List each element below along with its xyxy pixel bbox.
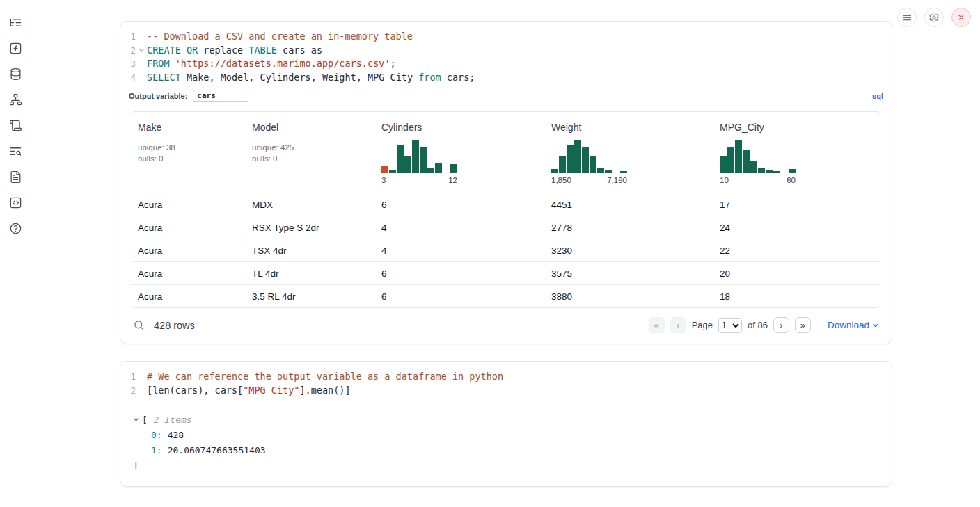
code-line[interactable]: 2CREATE OR replace TABLE cars as [120, 44, 892, 58]
pagination: « ‹ Page 1 of 86 › » Download [649, 317, 879, 333]
download-label: Download [828, 320, 869, 330]
histogram-bar[interactable] [789, 169, 796, 173]
table-row[interactable]: AcuraTSX 4dr4323022 [132, 239, 880, 261]
histogram-bar[interactable] [435, 163, 442, 173]
histogram-bar[interactable] [727, 147, 734, 173]
table-row[interactable]: AcuraTL 4dr6357520 [132, 261, 880, 284]
code-line[interactable]: 2[len(cars), cars["MPG_City"].mean()] [120, 384, 892, 398]
previous-page-button[interactable]: ‹ [670, 317, 686, 333]
histogram-bar[interactable] [590, 156, 596, 173]
column-header-weight[interactable]: Weight1,8507,190 [546, 116, 714, 193]
histogram-bar[interactable] [420, 147, 427, 173]
column-header-make[interactable]: Makeunique: 38nulls: 0 [132, 116, 246, 193]
table-cell: Acura [132, 291, 246, 302]
code-line[interactable]: 4SELECT Make, Model, Cylinders, Weight, … [120, 71, 892, 85]
documentation-icon[interactable] [8, 170, 22, 184]
first-page-button[interactable]: « [649, 317, 665, 333]
sql-code-editor[interactable]: 1-- Download a CSV and create an in-memo… [120, 22, 892, 87]
histogram-bar[interactable] [597, 168, 604, 173]
code-line[interactable]: 1# We can reference the output variable … [120, 370, 892, 384]
table-cell: 6 [376, 291, 546, 302]
column-histogram[interactable]: 312 [381, 140, 457, 184]
open-bracket: [ [142, 412, 148, 428]
functions-icon[interactable] [8, 41, 22, 55]
topbar-actions [897, 8, 971, 27]
page-select[interactable]: 1 [718, 318, 742, 333]
column-header-model[interactable]: Modelunique: 425nulls: 0 [246, 116, 376, 193]
histogram-axis: 1060 [720, 176, 796, 184]
table-cell: 20 [714, 268, 880, 279]
histogram-bar[interactable] [559, 156, 566, 173]
histogram-bar[interactable] [743, 150, 750, 173]
histogram-bar[interactable] [551, 169, 558, 173]
histogram-bar[interactable] [766, 170, 773, 173]
table-cell: 3230 [546, 246, 714, 256]
histogram-bar[interactable] [404, 156, 411, 173]
menu-button[interactable] [897, 8, 917, 27]
code-text: [len(cars), cars["MPG_City"].mean()] [147, 384, 351, 398]
histogram-bar[interactable] [720, 156, 727, 173]
datasources-icon[interactable] [8, 67, 22, 81]
sidebar [0, 0, 31, 235]
python-cell: 1# We can reference the output variable … [120, 361, 892, 486]
item-index: 0: [151, 428, 162, 443]
histogram-bar[interactable] [574, 140, 581, 173]
histogram-axis: 1,8507,190 [551, 176, 627, 184]
histogram-bar[interactable] [605, 170, 612, 173]
table-cell: RSX Type S 2dr [246, 223, 376, 233]
download-button[interactable]: Download [828, 320, 879, 330]
histogram-bar[interactable] [450, 164, 457, 173]
histogram-bar[interactable] [427, 168, 434, 173]
histogram-bar[interactable] [567, 145, 574, 173]
chevron-down-icon[interactable] [133, 417, 142, 423]
file-explorer-icon[interactable] [8, 15, 22, 29]
table-cell: 22 [714, 246, 880, 256]
search-button[interactable] [133, 319, 145, 331]
last-page-button[interactable]: » [795, 317, 811, 333]
scratchpad-icon[interactable] [8, 195, 22, 209]
table-row[interactable]: Acura3.5 RL 4dr6388018 [132, 284, 880, 307]
code-line[interactable]: 1-- Download a CSV and create an in-memo… [120, 30, 892, 44]
histogram-bar[interactable] [582, 147, 589, 173]
table-cell: 18 [714, 291, 880, 302]
settings-button[interactable] [924, 8, 944, 27]
histogram-bar[interactable] [389, 170, 396, 173]
column-histogram[interactable]: 1060 [720, 140, 796, 184]
histogram-bar[interactable] [620, 171, 627, 173]
dependency-graph-icon[interactable] [8, 92, 22, 106]
snippets-icon[interactable] [8, 118, 22, 132]
column-histogram[interactable]: 1,8507,190 [551, 140, 627, 184]
table-cell: 3575 [546, 268, 714, 279]
row-count: 428 rows [154, 320, 195, 331]
histogram-bar[interactable] [773, 171, 780, 173]
histogram-bar[interactable] [412, 140, 419, 173]
table-row[interactable]: AcuraRSX Type S 2dr4277824 [132, 216, 880, 239]
next-page-button[interactable]: › [773, 317, 789, 333]
line-number: 1 [120, 370, 136, 384]
code-line[interactable]: 3FROM 'https://datasets.marimo.app/cars.… [120, 57, 892, 71]
search-logs-icon[interactable] [8, 144, 22, 158]
output-variable-row: Output variable: sql [120, 87, 892, 108]
histogram-bar[interactable] [750, 161, 757, 173]
histogram-bar[interactable] [397, 145, 404, 173]
tree-root: [ 2 Items [133, 412, 879, 428]
python-code-editor[interactable]: 1# We can reference the output variable … [120, 362, 892, 400]
fold-chevron-icon[interactable] [136, 44, 147, 58]
output-variable-input[interactable] [193, 90, 248, 102]
close-button[interactable] [951, 8, 971, 27]
code-text: CREATE OR replace TABLE cars as [147, 44, 322, 58]
table-footer: 428 rows « ‹ Page 1 of 86 › » Download [120, 308, 892, 344]
code-text: FROM 'https://datasets.marimo.app/cars.c… [147, 57, 396, 71]
histogram-bar[interactable] [381, 166, 388, 173]
column-header-mpg_city[interactable]: MPG_City1060 [714, 116, 880, 193]
line-number: 2 [120, 384, 136, 398]
histogram-bar[interactable] [735, 140, 742, 173]
column-header-cylinders[interactable]: Cylinders312 [376, 116, 546, 193]
list-item: 0: 428 [133, 428, 879, 443]
close-icon [957, 13, 965, 22]
histogram-bar[interactable] [758, 168, 765, 173]
table-row[interactable]: AcuraMDX6445117 [132, 193, 880, 216]
item-index: 1: [151, 443, 162, 458]
help-icon[interactable] [8, 221, 22, 235]
column-label: Make [138, 122, 241, 133]
